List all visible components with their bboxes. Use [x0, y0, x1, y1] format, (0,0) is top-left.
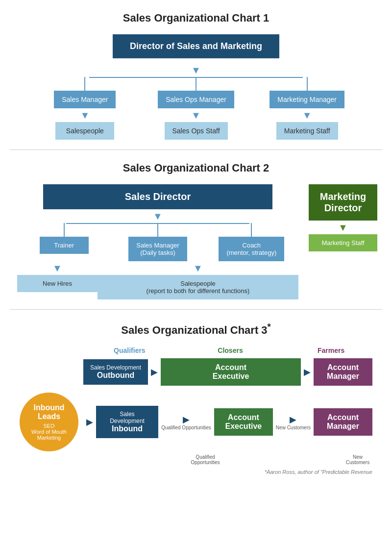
- chart3-inbound-qualifier-title: Inbound: [103, 424, 151, 433]
- chart3-qualified-opps-text: QualifiedOpportunities: [191, 454, 220, 465]
- chart3-account-mgr-top: Account Manager: [320, 363, 366, 381]
- chart1-root-row: Director of Sales and Marketing: [10, 34, 382, 58]
- chart2-container: Sales Director ▼ Trainer Sales Manager (…: [10, 184, 382, 299]
- chart3-arrow-2-bottom: ▶ New Customers: [273, 414, 314, 430]
- chart2-branch-coach: Coach (mentor, strategy): [205, 223, 298, 261]
- chart3-farmers-label: Farmers: [290, 346, 372, 354]
- chart3-qualifiers-label: Qualifiers: [88, 346, 171, 354]
- chart2-branches-row: Trainer Sales Manager (Daily tasks) Coac…: [17, 223, 298, 261]
- chart2-right: Marketing Director ▼ Marketing Staff: [309, 184, 377, 299]
- chart3-account-mgr-bottom: Account Manager: [320, 413, 366, 431]
- chart3-inbound-qualifier-label: Sales Development: [103, 411, 151, 424]
- chart2-salespeople-box: Salespeople (report to both for differen…: [98, 275, 298, 299]
- chart2-bottom-right-col: ▼ Salespeople (report to both for differ…: [98, 261, 298, 299]
- chart3-account-mgr-top-box: Account Manager: [314, 358, 372, 386]
- chart3-new-customers-text: NewCustomers: [343, 454, 372, 465]
- chart2-section: Sales Organizational Chart 2 Sales Direc…: [0, 150, 392, 309]
- chart2-coach-box: Coach (mentor, strategy): [219, 237, 284, 261]
- chart2-title: Sales Organizational Chart 2: [10, 162, 382, 174]
- chart1-arrow-3: ▼: [302, 108, 312, 122]
- chart1-branch-1: Sales Manager ▼ Salespeople: [29, 77, 141, 140]
- chart1-arrow-1: ▼: [80, 108, 90, 122]
- chart1-branches-row: Sales Manager ▼ Salespeople Sales Ops Ma…: [29, 77, 363, 140]
- chart3-note: *Aaron Ross, author of "Predictable Reve…: [20, 469, 372, 475]
- chart2-branches-container: Trainer Sales Manager (Daily tasks) Coac…: [15, 223, 301, 261]
- chart1-staff-2: Sales Ops Staff: [165, 122, 228, 140]
- chart3-row-bottom: Inbound Leads SEO Word of Mouth Marketin…: [20, 393, 372, 451]
- chart3-account-exec-top-box: Account Executive: [161, 358, 301, 386]
- chart1-staff-3: Marketing Staff: [276, 122, 338, 140]
- chart2-vert-3: [251, 223, 252, 237]
- chart2-trainer-box: Trainer: [40, 237, 89, 254]
- chart3-container: Qualifiers Closers Farmers Sales Develop…: [10, 346, 382, 475]
- chart2-left: Sales Director ▼ Trainer Sales Manager (…: [15, 184, 301, 299]
- chart2-arrow-salespeople: ▼: [193, 261, 203, 275]
- chart1-root-box: Director of Sales and Marketing: [113, 34, 279, 58]
- chart1-branches-container: Sales Manager ▼ Salespeople Sales Ops Ma…: [10, 77, 382, 140]
- chart2-bottom-section: ▼ New Hires ▼ Salespeople (report to bot…: [15, 261, 301, 299]
- chart3-arrow-2-top: ▶: [301, 367, 314, 377]
- chart3-outbound-label: Sales Development: [90, 364, 141, 371]
- chart3-arrow-labels-row: QualifiedOpportunities NewCustomers: [20, 454, 372, 465]
- chart2-green-arrow: ▼: [338, 221, 348, 234]
- chart2-branch-salesmanager: Sales Manager (Daily tasks): [111, 223, 204, 261]
- chart2-newhires-box: New Hires: [17, 275, 98, 292]
- chart1-manager-3: Marketing Manager: [270, 91, 344, 108]
- chart3-inbound-arrow: ▶: [83, 417, 96, 427]
- chart1-manager-1: Sales Manager: [54, 91, 116, 108]
- chart1-staff-1: Salespeople: [55, 122, 114, 140]
- chart3-arrow-1-bottom: ▶ Qualified Opportunities: [158, 414, 214, 430]
- chart2-root-arrow: ▼: [153, 209, 163, 223]
- chart1-vert-3: [307, 77, 308, 91]
- chart2-vert-1: [64, 223, 65, 237]
- chart1-arrow-2: ▼: [191, 108, 201, 122]
- chart1-manager-2: Sales Ops Manager: [158, 91, 234, 108]
- chart2-vert-2: [157, 223, 158, 237]
- chart2-h-line: [66, 223, 249, 224]
- chart1-branch-3: Marketing Manager ▼ Marketing Staff: [251, 77, 363, 140]
- chart1-root-arrow: ▼: [10, 63, 382, 77]
- chart1-branch-2: Sales Ops Manager ▼ Sales Ops Staff: [141, 77, 252, 140]
- chart2-salesmanager-box: Sales Manager (Daily tasks): [128, 237, 187, 261]
- chart3-closers-label: Closers: [181, 346, 280, 354]
- chart2-branch-trainer: Trainer: [17, 223, 111, 261]
- chart3-inbound-title: Inbound Leads: [33, 403, 64, 421]
- chart3-title: Sales Organizational Chart 3*: [10, 321, 382, 337]
- chart2-root-box: Sales Director: [43, 184, 272, 209]
- chart1-vert-2: [196, 77, 196, 91]
- chart3-column-labels: Qualifiers Closers Farmers: [20, 346, 372, 354]
- chart3-spacer-label: [24, 346, 88, 354]
- chart3-inbound-box: Sales Development Inbound: [96, 406, 158, 438]
- chart3-new-customers-label: New Customers: [276, 425, 311, 430]
- chart3-section: Sales Organizational Chart 3* Qualifiers…: [0, 310, 392, 485]
- chart3-inbound-circle: Inbound Leads SEO Word of Mouth Marketin…: [20, 393, 78, 451]
- chart2-bottom-left-col: ▼ New Hires: [17, 261, 98, 299]
- chart3-account-mgr-bottom-box: Account Manager: [314, 408, 372, 436]
- chart3-outbound-title: Outbound: [90, 371, 141, 380]
- chart2-marketing-staff-box: Marketing Staff: [309, 234, 377, 251]
- chart1-title: Sales Organizational Chart 1: [10, 12, 382, 25]
- chart3-qualified-opps-label: Qualified Opportunities: [161, 425, 211, 430]
- chart3-asterisk: *: [268, 321, 271, 332]
- chart1-section: Sales Organizational Chart 1 Director of…: [0, 0, 392, 149]
- chart3-row-top: Sales Development Outbound ▶ Account Exe…: [20, 358, 372, 386]
- chart3-inbound-sub: SEO Word of Mouth Marketing: [31, 423, 67, 441]
- chart3-account-exec-top: Account Executive: [168, 363, 294, 381]
- chart3-account-exec-bottom-box: Account Executive: [214, 408, 273, 436]
- chart2-arrow-newhires: ▼: [52, 261, 62, 275]
- chart3-outbound-box: Sales Development Outbound: [83, 359, 148, 385]
- chart3-account-exec-bottom: Account Executive: [221, 413, 266, 431]
- chart3-arrow-1-top: ▶: [148, 367, 161, 377]
- chart1-h-line: [89, 77, 303, 78]
- chart2-marketing-director-box: Marketing Director: [309, 184, 377, 221]
- chart1-vert-1: [84, 77, 85, 91]
